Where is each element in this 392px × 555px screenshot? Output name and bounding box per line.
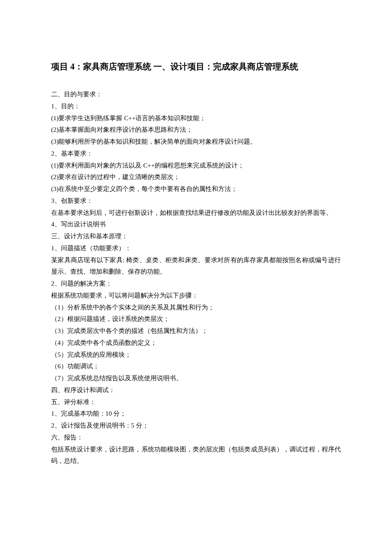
body-line: （7）完成系统总结报告以及系统使用说明书。 [51,373,341,384]
body-line: 包括系统设计要求，设计思路，系统功能模块图，类的层次图（包括类成员列表），调试过… [51,444,341,468]
body-line: 2、设计报告及使用说明书：5 分； [51,420,341,432]
body-line: 2、基本要求： [51,148,341,160]
body-line: 二、目的与要求： [51,89,341,101]
body-line: (2)基本掌握面向对象程序设计的基本思路和方法； [51,124,341,136]
body-line: 3、创新要求： [51,195,341,207]
body-line: (3)能够利用所学的基本知识和技能，解决简单的面向对象程序设计问题。 [51,136,341,148]
body-line: （4）完成类中各个成员函数的定义； [51,337,341,349]
body-line: 1、问题描述（功能要求）： [51,243,341,254]
body-line: 根据系统功能要求，可以将问题解决分为以下步骤： [51,290,341,302]
body-line: （2）根据问题描述，设计系统的类层次； [51,313,341,325]
body-line: 三、设计方法和基本原理： [51,231,341,243]
document-heading: 项目 4：家具商店管理系统 一、设计项目：完成家具商店管理系统 [51,60,341,73]
body-line: 六、报告： [51,432,341,444]
body-line: 五、评分标准： [51,396,341,408]
body-line: 四、程序设计和调试： [51,384,341,396]
body-line: 1、完成基本功能：10 分； [51,408,341,420]
body-line: （6）功能调试； [51,361,341,373]
body-line: （3）完成类层次中各个类的描述（包括属性和方法）； [51,325,341,337]
body-line: 4、写出设计说明书 [51,219,341,231]
body-line: 1、目的： [51,101,341,113]
body-line: 某家具商店现有以下家具: 椅类、桌类、柜类和床类。要求对所有的库存家具都能按照名… [51,254,341,278]
body-line: (1)要求学生达到熟练掌握 C++语言的基本知识和技能； [51,113,341,124]
body-line: (1)要求利用面向对象的方法以及 C++的编程思想来完成系统的设计； [51,160,341,172]
document-body: 二、目的与要求： 1、目的： (1)要求学生达到熟练掌握 C++语言的基本知识和… [51,89,341,467]
body-line: 2、问题的解决方案： [51,278,341,290]
body-line: （5）完成系统的应用模块； [51,349,341,361]
body-line: (2)要求在设计的过程中，建立清晰的类层次； [51,171,341,183]
body-line: (3)在系统中至少要定义四个类，每个类中要有各自的属性和方法； [51,183,341,195]
body-line: （1）分析系统中的各个实体之间的关系及其属性和行为； [51,302,341,314]
body-line: 在基本要求达到后，可进行创新设计，如根据查找结果进行修改的功能及设计出比较友好的… [51,207,341,219]
